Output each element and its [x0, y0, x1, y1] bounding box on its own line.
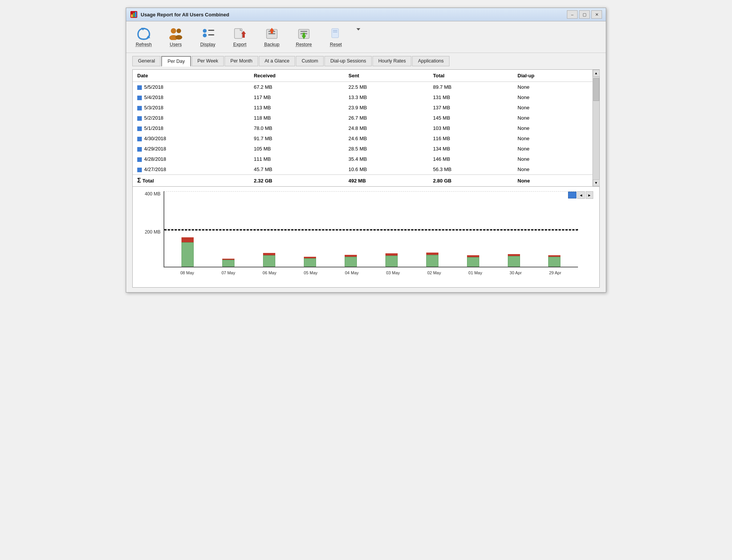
row-icon: [137, 168, 142, 172]
bar-wrapper: [385, 253, 398, 267]
bar-received: [304, 258, 316, 267]
tab-per-week[interactable]: Per Week: [192, 56, 224, 66]
toolbar-backup[interactable]: Backup: [260, 25, 283, 49]
cell-received: 117 MB: [249, 92, 344, 102]
cell-total-total: 2.80 GB: [429, 175, 513, 187]
close-button[interactable]: ✕: [591, 10, 602, 19]
toolbar-restore[interactable]: Restore: [292, 25, 315, 49]
row-icon: [137, 96, 142, 100]
window-title: Usage Report for All Users Combined: [141, 12, 229, 18]
tab-per-day[interactable]: Per Day: [161, 56, 191, 67]
cell-sent: 13.3 MB: [344, 92, 429, 102]
col-header-total: Total: [429, 70, 513, 82]
cell-total: 134 MB: [429, 144, 513, 154]
x-label: 03 May: [386, 270, 400, 275]
cell-date: 4/30/2018: [133, 133, 249, 144]
toolbar-refresh[interactable]: Refresh: [132, 25, 155, 49]
cell-dialup: None: [513, 82, 592, 93]
data-table: Date Received Sent Total Dial-up 5/5/201…: [133, 70, 592, 186]
svg-rect-3: [135, 12, 136, 17]
toolbar-display[interactable]: Display: [196, 25, 219, 49]
scroll-track[interactable]: [593, 77, 599, 179]
bar-received: [345, 257, 357, 267]
cell-total: 103 MB: [429, 123, 513, 133]
svg-rect-30: [333, 32, 337, 32]
bar-received: [385, 256, 398, 267]
cell-received: 118 MB: [249, 113, 344, 123]
refresh-icon: [136, 27, 151, 40]
main-window: Usage Report for All Users Combined – ▢ …: [126, 8, 606, 293]
table-row: 5/3/2018 113 MB 23.9 MB 137 MB None: [133, 102, 592, 113]
tab-per-month[interactable]: Per Month: [225, 56, 258, 66]
cell-dialup: None: [513, 154, 592, 164]
table-scrollbar[interactable]: ▲ ▼: [592, 70, 599, 186]
bar-group: [222, 191, 234, 267]
x-label: 04 May: [345, 270, 359, 275]
cell-sent: 23.9 MB: [344, 102, 429, 113]
backup-icon: [264, 27, 279, 40]
bar-wrapper: [548, 255, 560, 267]
chart-next-btn[interactable]: ►: [586, 191, 593, 199]
tab-custom[interactable]: Custom: [296, 56, 324, 66]
tab-applications[interactable]: Applications: [412, 56, 449, 66]
tab-hourly-rates[interactable]: Hourly Rates: [372, 56, 411, 66]
col-header-received: Received: [249, 70, 344, 82]
toolbar-reset[interactable]: Reset: [324, 25, 347, 49]
main-content: Date Received Sent Total Dial-up 5/5/201…: [126, 66, 606, 292]
tab-dialup-sessions[interactable]: Dial-up Sessions: [324, 56, 372, 66]
cell-received: 113 MB: [249, 102, 344, 113]
svg-rect-13: [208, 34, 214, 35]
toolbar-export[interactable]: Export: [228, 25, 251, 49]
bar-wrapper: [222, 259, 234, 267]
toolbar-users[interactable]: Users: [164, 25, 187, 49]
row-icon: [137, 106, 142, 110]
tab-general[interactable]: General: [132, 56, 161, 66]
bar-group: [467, 191, 479, 267]
title-bar: Usage Report for All Users Combined – ▢ …: [126, 8, 606, 21]
table-row: 4/30/2018 91.7 MB 24.6 MB 116 MB None: [133, 133, 592, 144]
tabs-area: General Per Day Per Week Per Month At a …: [126, 53, 606, 66]
bar-received: [426, 255, 438, 267]
maximize-button[interactable]: ▢: [579, 10, 590, 19]
x-label: 08 May: [180, 270, 194, 275]
bar-sent: [181, 237, 194, 242]
cell-received: 111 MB: [249, 154, 344, 164]
bar-group: [345, 191, 357, 267]
cell-date: 4/28/2018: [133, 154, 249, 164]
col-header-date: Date: [133, 70, 249, 82]
cell-date: 4/27/2018: [133, 164, 249, 175]
scroll-down-btn[interactable]: ▼: [593, 179, 600, 186]
chart-area: [164, 191, 578, 267]
table-scroll-area[interactable]: Date Received Sent Total Dial-up 5/5/201…: [133, 70, 592, 186]
scroll-thumb[interactable]: [593, 78, 599, 101]
chart-y-labels: 400 MB 200 MB: [139, 191, 164, 267]
table-row: 5/5/2018 67.2 MB 22.5 MB 89.7 MB None: [133, 82, 592, 93]
chart-container: 400 MB 200 MB: [139, 191, 593, 283]
cell-received: 45.7 MB: [249, 164, 344, 175]
chart-controls: ◄ ►: [568, 191, 593, 199]
toolbar-dropdown[interactable]: [356, 28, 360, 30]
y-label-400: 400 MB: [145, 191, 161, 197]
app-icon: [130, 11, 138, 18]
cell-dialup: None: [513, 92, 592, 102]
cell-sent: 24.8 MB: [344, 123, 429, 133]
cell-total-sent: 492 MB: [344, 175, 429, 187]
row-icon: [137, 126, 142, 131]
bar-group: [385, 191, 398, 267]
sigma-icon: Σ: [137, 177, 141, 184]
bar-received: [467, 257, 479, 267]
scroll-up-btn[interactable]: ▲: [593, 70, 600, 77]
users-icon: [168, 27, 183, 40]
y-label-200: 200 MB: [145, 229, 161, 235]
minimize-button[interactable]: –: [567, 10, 578, 19]
tab-at-a-glance[interactable]: At a Glance: [259, 56, 295, 66]
bar-wrapper: [508, 254, 520, 267]
cell-dialup: None: [513, 144, 592, 154]
bar-received: [181, 242, 194, 267]
cell-received: 105 MB: [249, 144, 344, 154]
cell-total: 137 MB: [429, 102, 513, 113]
svg-point-8: [177, 29, 181, 33]
bar-group: [548, 191, 560, 267]
chart-prev-btn[interactable]: ◄: [577, 191, 585, 199]
cell-date: 5/5/2018: [133, 82, 249, 93]
